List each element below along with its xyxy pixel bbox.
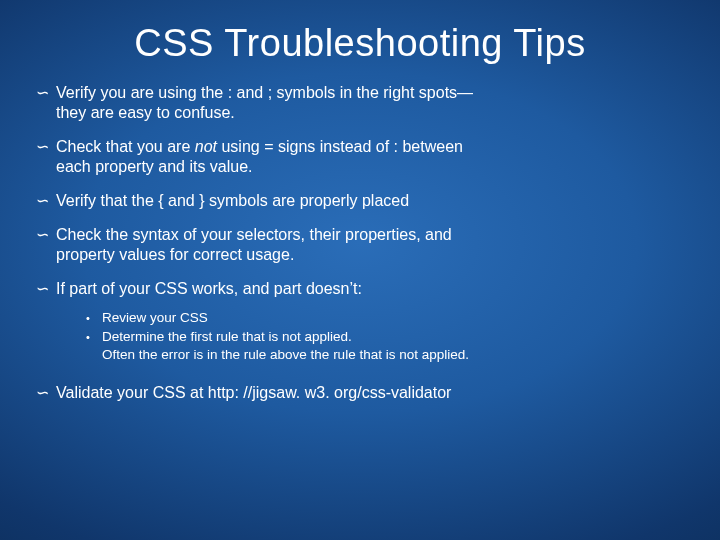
- list-item: ∽ Verify you are using the : and ; symbo…: [28, 83, 692, 123]
- list-item: ∽ Check that you are not using = signs i…: [28, 137, 692, 177]
- sub-list-text: Determine the first rule that is not app…: [102, 328, 692, 364]
- list-text: Verify that the { and } symbols are prop…: [56, 191, 692, 211]
- list-text: If part of your CSS works, and part does…: [56, 279, 692, 299]
- list-text: Verify you are using the : and ; symbols…: [56, 83, 692, 123]
- bullet-icon: ∽: [28, 191, 56, 211]
- bullet-icon: ∽: [28, 137, 56, 157]
- bullet-icon: ∽: [28, 279, 56, 299]
- list-text: Validate your CSS at http: //jigsaw. w3.…: [56, 383, 692, 403]
- slide-body: ∽ Verify you are using the : and ; symbo…: [0, 65, 720, 403]
- sub-list-text: Review your CSS: [102, 309, 692, 327]
- sub-list: • Review your CSS • Determine the first …: [28, 309, 692, 365]
- bullet-icon: ∽: [28, 383, 56, 403]
- sub-list-item: • Determine the first rule that is not a…: [86, 328, 692, 364]
- bullet-icon: ∽: [28, 83, 56, 103]
- list-item: ∽ Check the syntax of your selectors, th…: [28, 225, 692, 265]
- sub-bullet-icon: •: [86, 309, 102, 326]
- list-item: ∽ Verify that the { and } symbols are pr…: [28, 191, 692, 211]
- sub-bullet-icon: •: [86, 328, 102, 345]
- list-text: Check the syntax of your selectors, thei…: [56, 225, 692, 265]
- list-item: ∽ Validate your CSS at http: //jigsaw. w…: [28, 383, 692, 403]
- bullet-icon: ∽: [28, 225, 56, 245]
- list-text: Check that you are not using = signs ins…: [56, 137, 692, 177]
- slide-title: CSS Troubleshooting Tips: [0, 0, 720, 65]
- sub-list-item: • Review your CSS: [86, 309, 692, 327]
- list-item: ∽ If part of your CSS works, and part do…: [28, 279, 692, 299]
